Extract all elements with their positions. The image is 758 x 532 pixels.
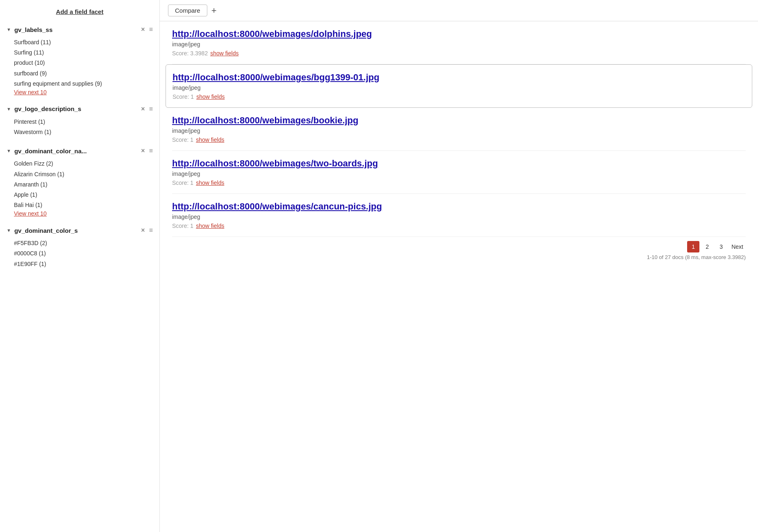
result-type-5: image/jpeg [172,214,746,220]
facet-group-gv_dominant_color_s: ▼gv_dominant_color_s×≡#F5FB3D (2)#0000C8… [0,223,159,272]
add-field-facet-button[interactable]: Add a field facet [0,4,159,23]
result-link-3[interactable]: http://localhost:8000/webimages/bookie.j… [172,115,746,126]
compare-tab[interactable]: Compare [168,5,207,16]
facet-group-gv_logo_description_s: ▼gv_logo_description_s×≡Pinterest (1)Wav… [0,102,159,140]
results-area: http://localhost:8000/webimages/dolphins… [160,21,758,532]
result-score-row-4: Score: 1show fields [172,180,746,186]
score-value-4: 1 [190,180,193,186]
facet-item[interactable]: Apple (1) [14,190,153,200]
page-button-1[interactable]: 1 [687,241,699,252]
facet-item[interactable]: Wavestorm (1) [14,127,153,137]
show-fields-link-3[interactable]: show fields [196,136,224,143]
facet-item[interactable]: Bali Hai (1) [14,200,153,210]
chevron-down-icon[interactable]: ▼ [7,228,11,233]
pagination-pages: 123 [687,241,727,252]
result-item-5: http://localhost:8000/webimages/cancun-p… [172,194,746,237]
facet-close-icon-gv_dominant_color_na[interactable]: × [141,147,145,155]
result-item-3: http://localhost:8000/webimages/bookie.j… [172,108,746,151]
facet-close-icon-gv_labels_ss[interactable]: × [141,26,145,33]
show-fields-link-2[interactable]: show fields [196,93,225,100]
sidebar: Add a field facet ▼gv_labels_ss×≡Surfboa… [0,0,160,532]
result-score-row-5: Score: 1show fields [172,223,746,229]
score-value-3: 1 [190,136,193,143]
score-value-1: 3.3982 [190,50,208,57]
main-content: Compare + http://localhost:8000/webimage… [160,0,758,532]
score-value-5: 1 [190,223,193,229]
show-fields-link-4[interactable]: show fields [196,180,224,186]
docs-info: 1-10 of 27 docs (8 ms, max-score 3.3982) [172,254,746,263]
score-label-1: Score: [172,50,190,57]
show-fields-link-1[interactable]: show fields [210,50,238,57]
result-type-4: image/jpeg [172,171,746,177]
result-score-row-3: Score: 1show fields [172,136,746,143]
facet-item[interactable]: surfing equipment and supplies (9) [14,79,153,89]
facet-item[interactable]: Pinterest (1) [14,117,153,127]
facet-close-icon-gv_logo_description_s[interactable]: × [141,105,145,113]
result-score-row-1: Score: 3.3982show fields [172,50,746,57]
facet-menu-icon-gv_dominant_color_na[interactable]: ≡ [149,147,153,155]
facet-item[interactable]: Surfing (11) [14,48,153,58]
top-bar: Compare + [160,0,758,21]
facet-items-gv_dominant_color_s: #F5FB3D (2)#0000C8 (1)#1E90FF (1) [0,237,159,272]
result-link-2[interactable]: http://localhost:8000/webimages/bgg1399-… [172,72,745,83]
score-label-3: Score: [172,136,190,143]
facet-title-gv_logo_description_s: gv_logo_description_s [14,105,138,112]
view-next-button-gv_dominant_color_na[interactable]: View next 10 [14,210,153,217]
facet-item[interactable]: #0000C8 (1) [14,248,153,259]
result-item-2: http://localhost:8000/webimages/bgg1399-… [166,64,752,108]
facet-items-gv_dominant_color_na: Golden Fizz (2)Alizarin Crimson (1)Amara… [0,158,159,219]
result-type-2: image/jpeg [172,84,745,91]
result-item-4: http://localhost:8000/webimages/two-boar… [172,151,746,194]
result-link-1[interactable]: http://localhost:8000/webimages/dolphins… [172,29,746,39]
facet-container: ▼gv_labels_ss×≡Surfboard (11)Surfing (11… [0,23,159,272]
score-label-5: Score: [172,223,190,229]
result-type-3: image/jpeg [172,127,746,134]
pagination-bar: 123 Next [172,237,746,254]
score-value-2: 1 [191,93,194,100]
facet-actions-gv_logo_description_s: ×≡ [141,105,153,113]
facet-item[interactable]: #F5FB3D (2) [14,238,153,248]
show-fields-link-5[interactable]: show fields [196,223,224,229]
facet-header-gv_logo_description_s[interactable]: ▼gv_logo_description_s×≡ [0,102,159,116]
facet-menu-icon-gv_logo_description_s[interactable]: ≡ [149,105,153,113]
facet-items-gv_logo_description_s: Pinterest (1)Wavestorm (1) [0,116,159,140]
facet-group-gv_labels_ss: ▼gv_labels_ss×≡Surfboard (11)Surfing (11… [0,23,159,98]
facet-title-gv_dominant_color_s: gv_dominant_color_s [14,227,138,234]
facet-menu-icon-gv_labels_ss[interactable]: ≡ [149,26,153,33]
facet-item[interactable]: Surfboard (11) [14,37,153,48]
facet-menu-icon-gv_dominant_color_s[interactable]: ≡ [149,227,153,234]
result-type-1: image/jpeg [172,41,746,48]
chevron-down-icon[interactable]: ▼ [7,148,11,153]
facet-actions-gv_labels_ss: ×≡ [141,26,153,33]
chevron-down-icon[interactable]: ▼ [7,107,11,111]
facet-actions-gv_dominant_color_na: ×≡ [141,147,153,155]
add-tab-button[interactable]: + [210,6,218,15]
result-link-5[interactable]: http://localhost:8000/webimages/cancun-p… [172,201,746,212]
facet-header-gv_labels_ss[interactable]: ▼gv_labels_ss×≡ [0,23,159,36]
page-button-2[interactable]: 2 [701,241,713,252]
view-next-button-gv_labels_ss[interactable]: View next 10 [14,89,153,95]
facet-header-gv_dominant_color_s[interactable]: ▼gv_dominant_color_s×≡ [0,223,159,237]
facet-close-icon-gv_dominant_color_s[interactable]: × [141,227,145,234]
score-label-2: Score: [172,93,191,100]
facet-item[interactable]: #1E90FF (1) [14,259,153,269]
facet-item[interactable]: Golden Fizz (2) [14,159,153,169]
facet-items-gv_labels_ss: Surfboard (11)Surfing (11)product (10)su… [0,36,159,98]
results-container: http://localhost:8000/webimages/dolphins… [172,21,746,237]
next-page-button[interactable]: Next [729,243,746,250]
facet-item[interactable]: surfboard (9) [14,68,153,79]
page-button-3[interactable]: 3 [715,241,727,252]
result-item-1: http://localhost:8000/webimages/dolphins… [172,21,746,64]
facet-header-gv_dominant_color_na[interactable]: ▼gv_dominant_color_na...×≡ [0,144,159,158]
facet-title-gv_labels_ss: gv_labels_ss [14,26,138,33]
facet-title-gv_dominant_color_na: gv_dominant_color_na... [14,148,138,155]
facet-item[interactable]: Alizarin Crimson (1) [14,169,153,180]
score-label-4: Score: [172,180,190,186]
result-link-4[interactable]: http://localhost:8000/webimages/two-boar… [172,158,746,169]
result-score-row-2: Score: 1show fields [172,93,745,100]
facet-actions-gv_dominant_color_s: ×≡ [141,227,153,234]
facet-group-gv_dominant_color_na: ▼gv_dominant_color_na...×≡Golden Fizz (2… [0,144,159,219]
facet-item[interactable]: Amaranth (1) [14,180,153,190]
chevron-down-icon[interactable]: ▼ [7,27,11,32]
facet-item[interactable]: product (10) [14,58,153,68]
